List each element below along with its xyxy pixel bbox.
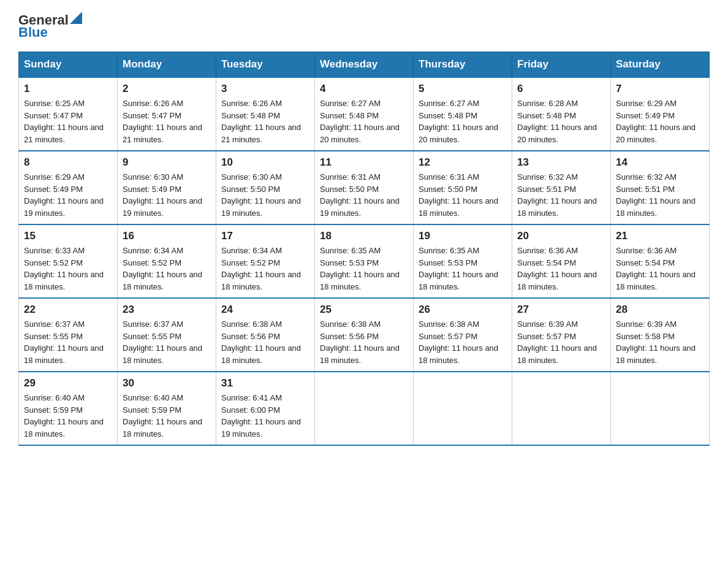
calendar-cell: 15 Sunrise: 6:33 AMSunset: 5:52 PMDaylig… (19, 224, 118, 298)
day-info: Sunrise: 6:40 AMSunset: 5:59 PMDaylight:… (123, 393, 202, 439)
calendar-cell: 6 Sunrise: 6:28 AMSunset: 5:48 PMDayligh… (512, 77, 611, 151)
day-info: Sunrise: 6:38 AMSunset: 5:56 PMDaylight:… (320, 320, 400, 365)
day-number: 10 (221, 156, 309, 169)
day-number: 27 (517, 304, 605, 316)
calendar-cell: 20 Sunrise: 6:36 AMSunset: 5:54 PMDaylig… (512, 224, 611, 298)
svg-marker-0 (70, 12, 82, 24)
calendar-cell: 2 Sunrise: 6:26 AMSunset: 5:47 PMDayligh… (118, 77, 216, 151)
day-number: 17 (221, 230, 309, 242)
weekday-header-thursday: Thursday (414, 52, 512, 78)
calendar-cell (512, 372, 611, 445)
calendar-week-row: 29 Sunrise: 6:40 AMSunset: 5:59 PMDaylig… (19, 372, 710, 445)
calendar-cell: 26 Sunrise: 6:38 AMSunset: 5:57 PMDaylig… (414, 298, 512, 372)
day-info: Sunrise: 6:26 AMSunset: 5:48 PMDaylight:… (221, 99, 301, 144)
day-info: Sunrise: 6:28 AMSunset: 5:48 PMDaylight:… (517, 99, 597, 144)
weekday-header-tuesday: Tuesday (216, 52, 315, 78)
day-number: 31 (221, 377, 309, 389)
day-number: 19 (419, 230, 507, 242)
day-number: 2 (123, 83, 211, 95)
day-info: Sunrise: 6:34 AMSunset: 5:52 PMDaylight:… (221, 246, 301, 291)
day-info: Sunrise: 6:37 AMSunset: 5:55 PMDaylight:… (123, 320, 202, 365)
calendar-cell: 4 Sunrise: 6:27 AMSunset: 5:48 PMDayligh… (315, 77, 414, 151)
day-info: Sunrise: 6:38 AMSunset: 5:56 PMDaylight:… (221, 320, 301, 365)
calendar-cell (414, 372, 512, 445)
calendar-week-row: 22 Sunrise: 6:37 AMSunset: 5:55 PMDaylig… (19, 298, 710, 372)
day-info: Sunrise: 6:32 AMSunset: 5:51 PMDaylight:… (517, 172, 597, 218)
logo: General Blue (18, 12, 82, 40)
calendar-cell: 30 Sunrise: 6:40 AMSunset: 5:59 PMDaylig… (118, 372, 216, 445)
day-number: 6 (517, 83, 605, 95)
calendar-week-row: 1 Sunrise: 6:25 AMSunset: 5:47 PMDayligh… (19, 77, 710, 151)
calendar-cell: 11 Sunrise: 6:31 AMSunset: 5:50 PMDaylig… (315, 151, 414, 224)
day-info: Sunrise: 6:41 AMSunset: 6:00 PMDaylight:… (221, 393, 301, 439)
calendar-cell: 12 Sunrise: 6:31 AMSunset: 5:50 PMDaylig… (414, 151, 512, 224)
calendar-cell: 24 Sunrise: 6:38 AMSunset: 5:56 PMDaylig… (216, 298, 315, 372)
calendar-table: SundayMondayTuesdayWednesdayThursdayFrid… (18, 52, 710, 446)
calendar-cell: 29 Sunrise: 6:40 AMSunset: 5:59 PMDaylig… (19, 372, 118, 445)
logo-triangle-icon (70, 12, 82, 24)
day-info: Sunrise: 6:25 AMSunset: 5:47 PMDaylight:… (24, 99, 104, 144)
calendar-cell: 23 Sunrise: 6:37 AMSunset: 5:55 PMDaylig… (118, 298, 216, 372)
day-number: 28 (616, 304, 704, 316)
day-number: 5 (419, 83, 507, 95)
day-info: Sunrise: 6:35 AMSunset: 5:53 PMDaylight:… (419, 246, 498, 291)
calendar-cell: 28 Sunrise: 6:39 AMSunset: 5:58 PMDaylig… (611, 298, 710, 372)
calendar-cell: 7 Sunrise: 6:29 AMSunset: 5:49 PMDayligh… (611, 77, 710, 151)
calendar-week-row: 8 Sunrise: 6:29 AMSunset: 5:49 PMDayligh… (19, 151, 710, 224)
calendar-cell: 27 Sunrise: 6:39 AMSunset: 5:57 PMDaylig… (512, 298, 611, 372)
calendar-cell (611, 372, 710, 445)
day-info: Sunrise: 6:30 AMSunset: 5:50 PMDaylight:… (221, 172, 301, 218)
day-number: 24 (221, 304, 309, 316)
day-number: 14 (616, 156, 704, 169)
day-info: Sunrise: 6:29 AMSunset: 5:49 PMDaylight:… (24, 172, 104, 218)
day-number: 21 (616, 230, 704, 242)
day-number: 8 (24, 156, 112, 169)
day-info: Sunrise: 6:27 AMSunset: 5:48 PMDaylight:… (419, 99, 498, 144)
calendar-cell: 1 Sunrise: 6:25 AMSunset: 5:47 PMDayligh… (19, 77, 118, 151)
day-info: Sunrise: 6:27 AMSunset: 5:48 PMDaylight:… (320, 99, 400, 144)
calendar-week-row: 15 Sunrise: 6:33 AMSunset: 5:52 PMDaylig… (19, 224, 710, 298)
day-info: Sunrise: 6:31 AMSunset: 5:50 PMDaylight:… (419, 172, 498, 218)
logo-text-blue: Blue (18, 25, 48, 40)
day-info: Sunrise: 6:39 AMSunset: 5:58 PMDaylight:… (616, 320, 696, 365)
calendar-cell: 31 Sunrise: 6:41 AMSunset: 6:00 PMDaylig… (216, 372, 315, 445)
day-info: Sunrise: 6:32 AMSunset: 5:51 PMDaylight:… (616, 172, 696, 218)
day-info: Sunrise: 6:31 AMSunset: 5:50 PMDaylight:… (320, 172, 400, 218)
weekday-header-wednesday: Wednesday (315, 52, 414, 78)
day-number: 25 (320, 304, 408, 316)
day-number: 15 (24, 230, 112, 242)
day-info: Sunrise: 6:38 AMSunset: 5:57 PMDaylight:… (419, 320, 498, 365)
day-info: Sunrise: 6:39 AMSunset: 5:57 PMDaylight:… (517, 320, 597, 365)
day-number: 30 (123, 377, 211, 389)
day-number: 23 (123, 304, 211, 316)
day-info: Sunrise: 6:36 AMSunset: 5:54 PMDaylight:… (517, 246, 597, 291)
day-number: 26 (419, 304, 507, 316)
day-info: Sunrise: 6:37 AMSunset: 5:55 PMDaylight:… (24, 320, 104, 365)
day-number: 13 (517, 156, 605, 169)
day-info: Sunrise: 6:30 AMSunset: 5:49 PMDaylight:… (123, 172, 202, 218)
calendar-cell (315, 372, 414, 445)
day-info: Sunrise: 6:35 AMSunset: 5:53 PMDaylight:… (320, 246, 400, 291)
calendar-cell: 10 Sunrise: 6:30 AMSunset: 5:50 PMDaylig… (216, 151, 315, 224)
day-number: 3 (221, 83, 309, 95)
day-number: 22 (24, 304, 112, 316)
calendar-cell: 21 Sunrise: 6:36 AMSunset: 5:54 PMDaylig… (611, 224, 710, 298)
weekday-header-saturday: Saturday (611, 52, 710, 78)
calendar-cell: 14 Sunrise: 6:32 AMSunset: 5:51 PMDaylig… (611, 151, 710, 224)
day-info: Sunrise: 6:29 AMSunset: 5:49 PMDaylight:… (616, 99, 696, 144)
calendar-cell: 16 Sunrise: 6:34 AMSunset: 5:52 PMDaylig… (118, 224, 216, 298)
weekday-header-sunday: Sunday (19, 52, 118, 78)
day-number: 11 (320, 156, 408, 169)
day-info: Sunrise: 6:40 AMSunset: 5:59 PMDaylight:… (24, 393, 104, 439)
day-number: 4 (320, 83, 408, 95)
day-number: 9 (123, 156, 211, 169)
page-header: General Blue (18, 12, 710, 40)
calendar-cell: 5 Sunrise: 6:27 AMSunset: 5:48 PMDayligh… (414, 77, 512, 151)
weekday-header-friday: Friday (512, 52, 611, 78)
day-info: Sunrise: 6:33 AMSunset: 5:52 PMDaylight:… (24, 246, 104, 291)
calendar-cell: 19 Sunrise: 6:35 AMSunset: 5:53 PMDaylig… (414, 224, 512, 298)
day-number: 16 (123, 230, 211, 242)
calendar-cell: 18 Sunrise: 6:35 AMSunset: 5:53 PMDaylig… (315, 224, 414, 298)
day-info: Sunrise: 6:26 AMSunset: 5:47 PMDaylight:… (123, 99, 202, 144)
day-number: 18 (320, 230, 408, 242)
